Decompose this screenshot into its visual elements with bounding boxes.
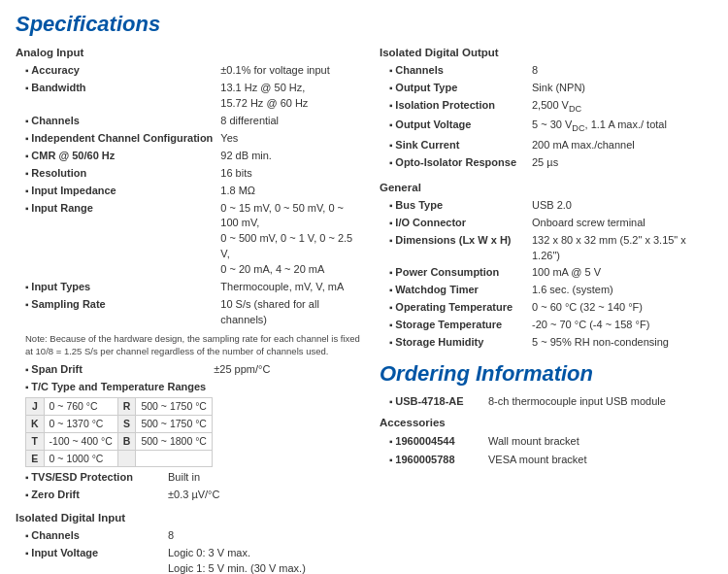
table-row: Channels 8 (16, 527, 360, 545)
table-row: T -100 ~ 400 °C B 500 ~ 1800 °C (26, 432, 213, 450)
row-value: Thermocouple, mV, V, mA (218, 279, 360, 296)
row-value: 25 µs (530, 154, 712, 172)
row-value: 0 ~ 15 mV, 0 ~ 50 mV, 0 ~ 100 mV,0 ~ 500… (218, 200, 360, 280)
general-title: General (380, 182, 712, 193)
row-label: Bus Type (380, 197, 530, 215)
table-row: Dimensions (Lx W x H) 132 x 80 x 32 mm (… (380, 232, 712, 265)
table-row: Input Types Thermocouple, mV, V, mA (16, 279, 360, 296)
tc-range: 0 ~ 1370 °C (44, 416, 117, 433)
row-label: Independent Channel Configuration (16, 130, 218, 148)
table-row: Input Impedance 1.8 MΩ (16, 183, 360, 200)
table-row: Sampling Rate 10 S/s (shared for all cha… (16, 296, 360, 329)
row-label: Span Drift (16, 361, 212, 379)
table-row: Zero Drift ±0.3 µV/°C (16, 487, 360, 504)
isolated-digital-output-title: Isolated Digital Output (380, 47, 712, 58)
row-label: Storage Temperature (380, 317, 530, 334)
row-label: USB-4718-AE (380, 392, 486, 411)
table-row: Sink Current 200 mA max./channel (380, 137, 712, 154)
page-title: Specifications (16, 12, 712, 37)
analog-extra2-table: TVS/ESD Protection Built in Zero Drift ±… (16, 469, 360, 504)
analog-input-table: Accuracy ±0.1% for voltage input Bandwid… (16, 62, 360, 329)
row-label: Watchdog Timer (380, 282, 530, 299)
row-value: 2,500 VDC (530, 97, 712, 117)
main-content: Specifications Analog Input Accuracy ±0.… (0, 0, 728, 574)
tc-key: R (117, 398, 136, 416)
row-value: 8-ch thermocouple input USB module (486, 392, 712, 411)
isolated-digital-output-table: Channels 8 Output Type Sink (NPN) Isolat… (380, 62, 712, 172)
row-value: 16 bits (218, 165, 360, 183)
row-value: Logic 0: 3 V max.Logic 1: 5 V min. (30 V… (166, 545, 360, 574)
row-value: 132 x 80 x 32 mm (5.2" x 3.15" x 1.26") (530, 232, 712, 265)
row-label: Input Range (16, 200, 218, 280)
row-label: Opto-Isolator Response (380, 154, 530, 172)
tc-range: 0 ~ 760 °C (44, 398, 117, 416)
tc-range-table: J 0 ~ 760 °C R 500 ~ 1750 °C K 0 ~ 1370 … (25, 397, 213, 467)
tc-key (117, 450, 136, 467)
row-label: Storage Humidity (380, 334, 530, 352)
table-row: T/C Type and Temperature Ranges (16, 379, 360, 396)
row-value: -20 ~ 70 °C (-4 ~ 158 °F) (530, 317, 712, 334)
row-label: Channels (16, 527, 166, 545)
row-value: 100 mA @ 5 V (530, 264, 712, 282)
left-column: Analog Input Accuracy ±0.1% for voltage … (16, 47, 360, 574)
row-label: Bandwidth (16, 80, 218, 113)
table-row: Operating Temperature 0 ~ 60 °C (32 ~ 14… (380, 299, 712, 317)
row-label: Accuracy (16, 62, 218, 80)
table-row: Channels 8 differential (16, 113, 360, 130)
ordering-info-title: Ordering Information (380, 361, 712, 387)
row-value: 92 dB min. (218, 148, 360, 165)
table-row: Storage Humidity 5 ~ 95% RH non-condensi… (380, 334, 712, 352)
row-label: Power Consumption (380, 264, 530, 282)
row-label: 1960005788 (380, 451, 486, 469)
tc-range: 0 ~ 1000 °C (44, 450, 117, 467)
tc-key: B (117, 432, 136, 450)
analog-extra-table: Span Drift ±25 ppm/°C T/C Type and Tempe… (16, 361, 360, 396)
row-value: 5 ~ 30 VDC, 1.1 A max./ total (530, 117, 712, 136)
tc-key: E (26, 450, 45, 467)
tc-key: J (26, 398, 45, 416)
row-label: Input Voltage (16, 545, 166, 574)
row-value: 8 differential (218, 113, 360, 130)
row-label: Output Type (380, 80, 530, 97)
row-value: Sink (NPN) (530, 80, 712, 97)
accessories-title: Accessories (380, 417, 712, 428)
row-value: 8 (530, 62, 712, 80)
row-label: Input Types (16, 279, 218, 296)
table-row: E 0 ~ 1000 °C (26, 450, 213, 467)
right-column: Isolated Digital Output Channels 8 Outpu… (380, 47, 712, 574)
row-value: USB 2.0 (530, 197, 712, 215)
row-label: Channels (380, 62, 530, 80)
row-value: 10 S/s (shared for all channels) (218, 296, 360, 329)
row-value (212, 379, 360, 396)
tc-key: K (26, 416, 45, 433)
sampling-rate-note: Note: Because of the hardware design, th… (25, 332, 360, 358)
table-row: Power Consumption 100 mA @ 5 V (380, 264, 712, 282)
row-label: T/C Type and Temperature Ranges (16, 379, 212, 396)
table-row: Channels 8 (380, 62, 712, 80)
row-label: Dimensions (Lx W x H) (380, 232, 530, 265)
tc-range: 500 ~ 1750 °C (136, 398, 213, 416)
table-row: Opto-Isolator Response 25 µs (380, 154, 712, 172)
table-row: Input Range 0 ~ 15 mV, 0 ~ 50 mV, 0 ~ 10… (16, 200, 360, 280)
row-value: Onboard screw terminal (530, 215, 712, 232)
row-value: 1.8 MΩ (218, 183, 360, 200)
table-row: Isolation Protection 2,500 VDC (380, 97, 712, 117)
tc-key: S (117, 416, 136, 433)
table-row: K 0 ~ 1370 °C S 500 ~ 1750 °C (26, 416, 213, 433)
row-value: 1.6 sec. (system) (530, 282, 712, 299)
analog-input-title: Analog Input (16, 47, 360, 58)
tc-range (136, 450, 213, 467)
row-value: Wall mount bracket (486, 432, 712, 451)
tc-range: 500 ~ 1800 °C (136, 432, 213, 450)
row-label: 1960004544 (380, 432, 486, 451)
table-row: Input Voltage Logic 0: 3 V max.Logic 1: … (16, 545, 360, 574)
accessories-table: 1960004544 Wall mount bracket 1960005788… (380, 432, 712, 469)
row-label: Isolation Protection (380, 97, 530, 117)
table-row: Resolution 16 bits (16, 165, 360, 183)
row-label: TVS/ESD Protection (16, 469, 166, 487)
isolated-digital-input-title: Isolated Digital Input (16, 512, 360, 523)
tc-key: T (26, 432, 45, 450)
row-value: 5 ~ 95% RH non-condensing (530, 334, 712, 352)
row-value: Yes (218, 130, 360, 148)
table-row: Span Drift ±25 ppm/°C (16, 361, 360, 379)
